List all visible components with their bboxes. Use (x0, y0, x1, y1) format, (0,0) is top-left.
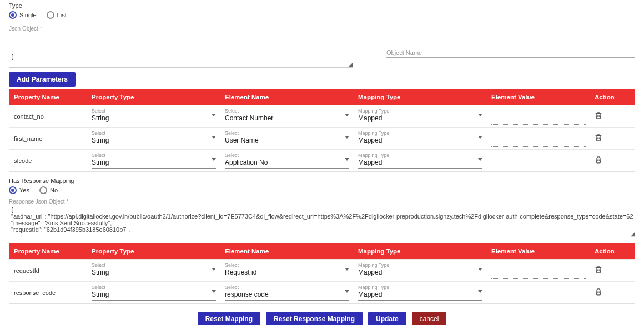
trash-icon (595, 134, 602, 141)
element-name-select[interactable]: SelectRequest id (225, 262, 349, 278)
update-button[interactable]: Update (368, 312, 406, 325)
json-line: { (11, 206, 633, 213)
chevron-down-icon (478, 268, 482, 271)
json-object-label: Json Object * (9, 26, 42, 32)
element-name-select[interactable]: Selectresponse code (225, 285, 349, 301)
type-radio-single-label: Single (19, 12, 37, 18)
chevron-down-icon (345, 290, 349, 293)
hdr-property-type: Property Type (87, 94, 220, 100)
json-line: "message": "Sms Sent Successfully", (11, 220, 633, 226)
element-name-select[interactable]: SelectApplication No (225, 153, 349, 169)
delete-row-button[interactable] (595, 156, 602, 165)
radio-selected-icon (9, 11, 17, 19)
chevron-down-icon (345, 158, 349, 161)
reset-mapping-button[interactable]: Reset Mapping (198, 312, 260, 325)
chevron-down-icon (212, 268, 216, 271)
response-mapping-yes-label: Yes (19, 187, 29, 194)
property-type-select[interactable]: SelectString (92, 262, 216, 278)
type-radio-list-label: List (57, 12, 67, 18)
delete-row-button[interactable] (595, 111, 602, 121)
delete-row-button[interactable] (595, 266, 602, 275)
table-row: contact_no SelectString SelectContact Nu… (9, 105, 635, 127)
table-row: response_code SelectString Selectrespons… (9, 281, 635, 303)
element-value-input[interactable] (491, 290, 586, 301)
trash-icon (595, 111, 602, 119)
add-parameters-button[interactable]: Add Parameters (9, 72, 76, 87)
radio-selected-icon (9, 186, 17, 194)
object-name-input[interactable]: Object Name (386, 47, 635, 58)
hdr-element-name: Element Name (220, 248, 354, 255)
response-mapping-no[interactable]: No (39, 186, 58, 194)
element-value-input[interactable] (491, 158, 586, 169)
response-mapping-yes[interactable]: Yes (9, 186, 29, 194)
radio-unselected-icon (47, 11, 54, 19)
mapping-type-select[interactable]: Mapping TypeMapped (358, 108, 482, 124)
request-grid-header: Property Name Property Type Element Name… (9, 89, 635, 105)
response-json-textarea[interactable]: { "aadhar_url": "https://api.digitallock… (9, 205, 635, 237)
json-line: { (11, 53, 351, 60)
property-name: contact_no (14, 113, 44, 120)
textarea-resize-icon[interactable]: ◢ (348, 62, 353, 67)
type-radio-single[interactable]: Single (9, 11, 37, 19)
property-type-select[interactable]: SelectString (92, 285, 216, 301)
property-name: response_code (14, 290, 56, 296)
trash-icon (595, 288, 602, 296)
reset-response-mapping-button[interactable]: Reset Response Mapping (266, 312, 363, 325)
response-json-label: Response Json Object * (9, 199, 68, 205)
property-name: sfcode (14, 158, 32, 164)
object-name-placeholder: Object Name (386, 49, 422, 56)
chevron-down-icon (478, 290, 482, 293)
delete-row-button[interactable] (595, 134, 602, 143)
type-label: Type (9, 2, 635, 9)
delete-row-button[interactable] (595, 288, 602, 297)
chevron-down-icon (345, 114, 349, 116)
radio-unselected-icon (39, 186, 47, 194)
hdr-element-value: Element Value (487, 94, 590, 100)
hdr-property-name: Property Name (9, 248, 87, 255)
trash-icon (595, 156, 602, 164)
element-name-select[interactable]: SelectUser Name (225, 130, 349, 146)
element-value-input[interactable] (491, 268, 586, 279)
type-radio-list[interactable]: List (47, 11, 67, 19)
response-grid: Property Name Property Type Element Name… (9, 243, 635, 304)
hdr-action: Action (590, 248, 635, 255)
chevron-down-icon (478, 158, 482, 161)
property-type-select[interactable]: SelectString (92, 108, 216, 124)
footer-button-row: Reset Mapping Reset Response Mapping Upd… (9, 312, 635, 325)
chevron-down-icon (345, 268, 349, 271)
mapping-type-select[interactable]: Mapping TypeMapped (358, 153, 482, 169)
property-name: first_name (14, 135, 42, 142)
property-name: requestId (14, 267, 39, 274)
hdr-action: Action (590, 94, 635, 100)
type-radio-group: Single List (9, 11, 635, 19)
hdr-element-name: Element Name (220, 94, 354, 100)
table-row: first_name SelectString SelectUser Name … (9, 127, 635, 149)
element-name-select[interactable]: SelectContact Number (225, 108, 349, 124)
hdr-property-name: Property Name (9, 94, 87, 100)
chevron-down-icon (345, 136, 349, 139)
element-value-input[interactable] (491, 136, 586, 147)
property-type-select[interactable]: SelectString (92, 130, 216, 146)
chevron-down-icon (478, 114, 482, 116)
property-type-select[interactable]: SelectString (92, 153, 216, 169)
json-line: "aadhar_url": "https://api.digitallocker… (11, 213, 633, 220)
request-grid: Property Name Property Type Element Name… (9, 89, 635, 172)
mapping-type-select[interactable]: Mapping TypeMapped (358, 262, 482, 278)
chevron-down-icon (478, 136, 482, 139)
table-row: sfcode SelectString SelectApplication No… (9, 149, 635, 171)
hdr-element-value: Element Value (487, 248, 590, 255)
mapping-type-select[interactable]: Mapping TypeMapped (358, 285, 482, 301)
hdr-mapping-type: Mapping Type (354, 248, 487, 255)
textarea-resize-icon[interactable]: ◢ (630, 231, 635, 237)
chevron-down-icon (212, 136, 216, 139)
response-mapping-radio-group: Yes No (9, 186, 635, 194)
response-grid-header: Property Name Property Type Element Name… (9, 243, 635, 259)
cancel-button[interactable]: cancel (412, 312, 447, 325)
mapping-type-select[interactable]: Mapping TypeMapped (358, 130, 482, 146)
chevron-down-icon (212, 158, 216, 161)
has-response-mapping-label: Has Response Mapping (9, 177, 635, 184)
element-value-input[interactable] (491, 114, 586, 125)
json-object-textarea[interactable]: { "contact_no": "8899105795", "first_nam… (9, 32, 353, 68)
hdr-property-type: Property Type (87, 248, 220, 255)
trash-icon (595, 266, 602, 273)
